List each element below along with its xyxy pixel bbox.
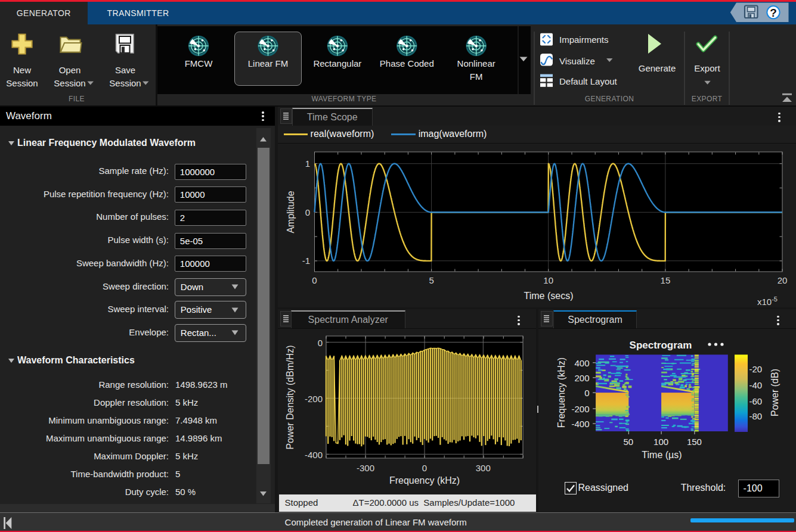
svg-text:?: ? bbox=[770, 7, 777, 19]
